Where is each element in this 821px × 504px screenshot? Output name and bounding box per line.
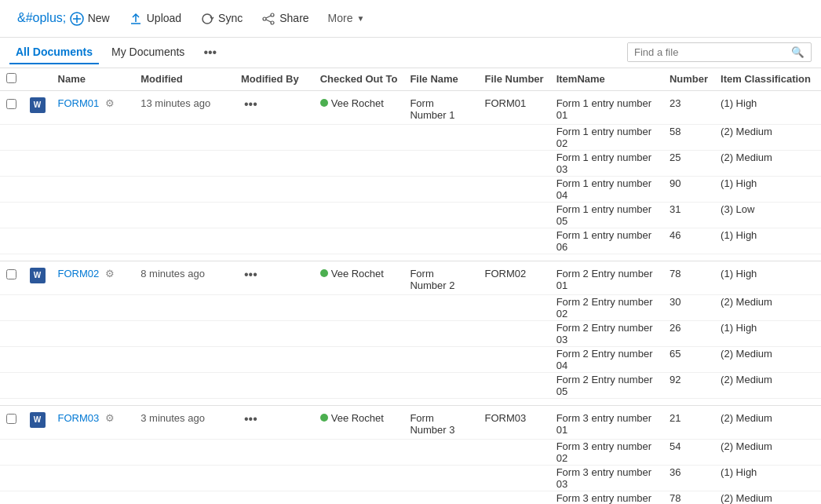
entry-classification-cell-0-5: (1) High [714,228,821,254]
row-checkbox-cell-0[interactable] [0,90,24,124]
entry-classification-cell-0-2: (2) Medium [714,150,821,176]
form-file-name-cell-0: Form Number 1 [403,90,478,124]
select-all-header[interactable] [0,68,24,91]
table-row: W FORM02 ⚙ 8 minutes ago ••• Vee Rochet … [0,261,821,294]
settings-icon-2[interactable]: ⚙ [105,412,115,424]
entry-item-name-cell-0-2: Form 1 entry number 03 [550,150,663,176]
entry-classification-cell-1-3: (2) Medium [714,346,821,372]
more-button[interactable]: More ▼ [320,7,373,29]
entry-number-cell-1-1: 30 [663,294,714,320]
modified-by-cell-1: ••• [235,261,314,294]
entry-number-cell-2-1: 54 [663,439,714,465]
sub-entry-row: Form 2 Entry number 05 92 (2) Medium [0,372,821,398]
new-button[interactable]: &#oplus; New [9,6,118,31]
form-file-number-cell-0: FORM01 [479,90,550,124]
row-checkbox-0[interactable] [6,99,16,109]
entry-item-name-cell-2-1: Form 3 entry number 02 [550,439,663,465]
file-name-link-1[interactable]: FORM02 [58,268,100,279]
checked-out-cell-0: Vee Rochet [314,90,404,124]
sub-entry-row: Form 3 entry number 03 36 (1) High [0,465,821,491]
entry-item-name-cell-0-1: Form 1 entry number 02 [550,124,663,150]
sub-entry-row: Form 3 entry number 02 54 (2) Medium [0,439,821,465]
entry-classification-cell-1-0: (1) High [714,261,821,294]
settings-icon-0[interactable]: ⚙ [105,97,115,109]
entry-number-cell-0-5: 46 [663,228,714,254]
share-icon [261,11,275,26]
entry-number-cell-1-2: 26 [663,320,714,346]
checked-out-cell-2: Vee Rochet [314,405,404,439]
entry-item-name-cell-1-3: Form 2 Entry number 04 [550,346,663,372]
form-file-name-cell-1: Form Number 2 [403,261,478,294]
sync-label: Sync [218,12,243,24]
entry-number-cell-1-4: 92 [663,372,714,398]
checkout-user-2: Vee Rochet [331,412,384,424]
sync-icon [200,11,214,26]
chevron-down-icon: ▼ [357,14,365,23]
row-actions-button-0[interactable]: ••• [241,97,261,111]
row-actions-button-2[interactable]: ••• [241,412,261,426]
sub-entry-row: Form 2 Entry number 03 26 (1) High [0,320,821,346]
entry-item-name-cell-1-4: Form 2 Entry number 05 [550,372,663,398]
modified-cell-0: 13 minutes ago [134,90,235,124]
table-row: W FORM01 ⚙ 13 minutes ago ••• Vee Rochet… [0,90,821,124]
file-name-link-0[interactable]: FORM01 [58,97,100,109]
entry-number-cell-2-2: 36 [663,465,714,491]
row-checkbox-cell-2[interactable] [0,405,24,439]
entry-classification-cell-0-4: (3) Low [714,202,821,228]
toolbar: &#oplus; New Upload Sync [0,0,821,38]
row-checkbox-cell-1[interactable] [0,261,24,294]
entry-item-name-cell-1-2: Form 2 Entry number 03 [550,320,663,346]
settings-icon-1[interactable]: ⚙ [105,268,115,279]
modified-by-column-header: Modified By [235,68,314,91]
sub-entry-row: Form 2 Entry number 04 65 (2) Medium [0,346,821,372]
nav-more-button[interactable]: ••• [197,41,223,64]
checked-out-cell-1: Vee Rochet [314,261,404,294]
file-name-column-header: File Name [403,68,478,91]
my-documents-link[interactable]: My Documents [105,41,191,64]
entry-classification-cell-0-0: (1) High [714,90,821,124]
share-button[interactable]: Share [254,6,316,31]
entry-item-name-cell-1-1: Form 2 Entry number 02 [550,294,663,320]
entry-item-name-cell-2-3: Form 3 entry number 04 [550,491,663,504]
name-column-header: Name [52,68,135,91]
file-name-link-2[interactable]: FORM03 [58,412,100,424]
entry-item-name-cell-2-2: Form 3 entry number 03 [550,465,663,491]
new-label: New [88,12,110,24]
number-column-header: Number [663,68,714,91]
entry-classification-cell-0-3: (1) High [714,176,821,202]
checkout-indicator-0 [320,99,328,107]
navbar: All Documents My Documents ••• 🔍 [0,38,821,68]
entry-classification-cell-2-3: (2) Medium [714,491,821,504]
svg-point-6 [271,21,274,24]
sub-entry-row: Form 2 Entry number 02 30 (2) Medium [0,294,821,320]
entry-number-cell-0-0: 23 [663,90,714,124]
form-file-number-cell-2: FORM03 [479,405,550,439]
entry-classification-cell-1-1: (2) Medium [714,294,821,320]
search-button[interactable]: 🔍 [785,43,811,61]
file-icon-cell-1: W [24,261,52,294]
modified-by-cell-2: ••• [235,405,314,439]
checkout-indicator-1 [320,269,328,277]
sub-entry-row: Form 1 entry number 04 90 (1) High [0,176,821,202]
upload-button[interactable]: Upload [121,6,189,31]
sub-entry-row: Form 1 entry number 02 58 (2) Medium [0,124,821,150]
entry-classification-cell-2-1: (2) Medium [714,439,821,465]
share-label: Share [279,12,308,24]
row-checkbox-1[interactable] [6,269,16,279]
entry-number-cell-1-3: 65 [663,346,714,372]
spacer-row [0,398,821,405]
row-checkbox-2[interactable] [6,414,16,424]
sub-entry-row: Form 1 entry number 03 25 (2) Medium [0,150,821,176]
svg-line-7 [266,16,271,18]
sync-button[interactable]: Sync [192,6,250,31]
select-all-checkbox[interactable] [6,73,16,83]
file-name-cell-0: FORM01 ⚙ [52,90,135,124]
entry-item-name-cell-0-4: Form 1 entry number 05 [550,202,663,228]
file-name-cell-2: FORM03 ⚙ [52,405,135,439]
document-table: Name Modified Modified By Checked Out To… [0,68,821,504]
row-actions-button-1[interactable]: ••• [241,268,261,282]
search-input[interactable] [628,43,785,61]
checkout-user-1: Vee Rochet [331,268,384,279]
new-icon: &#oplus; [17,11,84,26]
all-documents-link[interactable]: All Documents [9,41,99,64]
